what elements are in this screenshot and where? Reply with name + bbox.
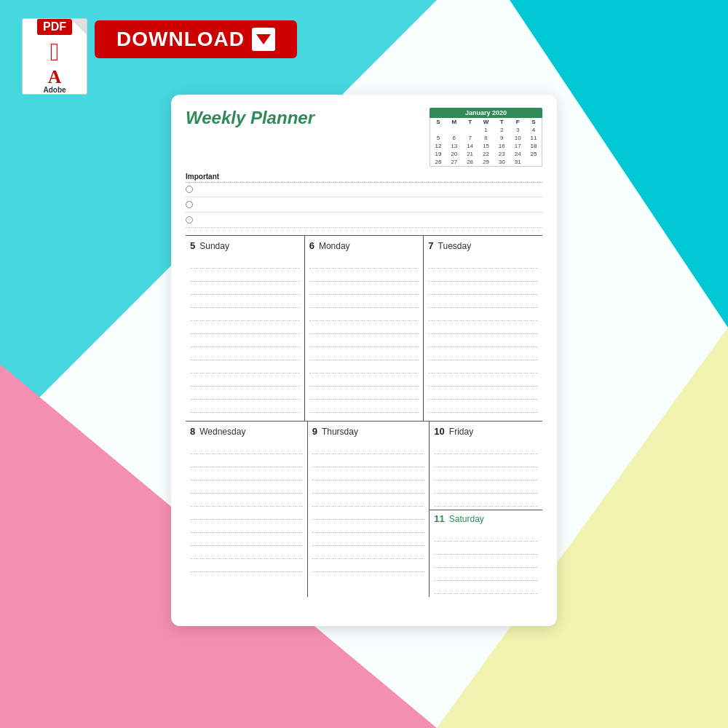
day-wednesday: 8 Wednesday: [186, 422, 308, 597]
pdf-icon-paper: PDF  A Adobe: [22, 18, 87, 95]
mini-calendar: January 2020 S M T W T F S: [430, 108, 542, 167]
important-row-2: [186, 201, 542, 213]
cal-week-3: 12 13 14 15 16 17 18: [430, 142, 542, 150]
cal-th-f: F: [510, 118, 526, 126]
monday-header: 6 Monday: [309, 240, 419, 251]
checkbox-circle-1[interactable]: [186, 186, 193, 193]
day-thursday: 9 Thursday: [308, 422, 430, 597]
thursday-name: Thursday: [322, 427, 358, 437]
monday-lines: [309, 256, 419, 413]
acrobat-icon: : [50, 38, 59, 66]
cal-th-s2: S: [526, 118, 542, 126]
friday-number: 10: [434, 426, 444, 437]
download-arrow-icon: [252, 28, 275, 51]
download-label: DOWNLOAD: [116, 28, 245, 51]
svg-text:A: A: [48, 66, 62, 86]
pdf-banner: PDF  A Adobe DOWNLOAD: [22, 15, 297, 95]
saturday-name: Saturday: [449, 514, 484, 524]
acrobat-svg: A: [40, 66, 69, 86]
checkbox-circle-3[interactable]: [186, 216, 193, 223]
download-button[interactable]: DOWNLOAD: [95, 20, 297, 58]
wednesday-lines: [190, 441, 303, 572]
sunday-name: Sunday: [199, 241, 229, 251]
monday-number: 6: [309, 240, 314, 251]
tuesday-name: Tuesday: [438, 241, 472, 251]
saturday-number: 11: [434, 513, 444, 524]
important-row-1: [186, 186, 542, 197]
wednesday-name: Wednesday: [199, 427, 245, 437]
cal-week-1: 1 2 3 4: [430, 126, 542, 134]
mini-cal-grid: S M T W T F S: [430, 118, 542, 167]
sunday-number: 5: [190, 240, 195, 251]
planner-card: Weekly Planner January 2020 S M T W T F …: [171, 95, 557, 626]
planner-title: Weekly Planner: [186, 108, 314, 128]
sunday-header: 5 Sunday: [190, 240, 300, 251]
pdf-label: PDF: [37, 19, 72, 35]
cal-th-t2: T: [494, 118, 510, 126]
cal-th-m: M: [446, 118, 462, 126]
tuesday-header: 7 Tuesday: [428, 240, 538, 251]
tuesday-lines: [428, 256, 538, 413]
saturday-part: 11 Saturday: [430, 510, 542, 597]
cal-week-2: 5 6 7 8 9 10 11: [430, 134, 542, 142]
wednesday-number: 8: [190, 426, 195, 437]
friday-name: Friday: [449, 427, 473, 437]
friday-header: 10 Friday: [434, 426, 538, 437]
monday-name: Monday: [319, 241, 350, 251]
thursday-header: 9 Thursday: [312, 426, 425, 437]
tuesday-number: 7: [428, 240, 433, 251]
day-monday: 6 Monday: [305, 236, 424, 421]
mini-cal-month: January 2020: [430, 108, 542, 118]
cal-th-s1: S: [430, 118, 446, 126]
cal-week-5: 26 27 28 29 30 31: [430, 158, 542, 166]
pdf-corner: [71, 19, 87, 35]
day-sunday: 5 Sunday: [186, 236, 305, 421]
day-friday-saturday: 10 Friday 11 Saturday: [430, 422, 542, 597]
friday-part: 10 Friday: [430, 422, 542, 510]
checkbox-circle-2[interactable]: [186, 201, 193, 208]
saturday-header: 11 Saturday: [434, 513, 538, 524]
important-label: Important: [186, 173, 542, 183]
wednesday-header: 8 Wednesday: [190, 426, 303, 437]
thursday-number: 9: [312, 426, 317, 437]
saturday-lines: [434, 529, 538, 594]
planner-header: Weekly Planner January 2020 S M T W T F …: [186, 108, 542, 167]
sunday-lines: [190, 256, 300, 413]
cal-week-4: 19 20 21 22 23 24 25: [430, 150, 542, 158]
friday-lines: [434, 441, 538, 507]
important-row-3: [186, 216, 542, 228]
cal-th-t1: T: [462, 118, 478, 126]
important-section: Important: [186, 173, 542, 228]
arrow-triangle: [256, 34, 271, 44]
thursday-lines: [312, 441, 425, 572]
pdf-icon-wrap: PDF  A Adobe: [22, 15, 95, 95]
days-row-top: 5 Sunday 6 Monday: [186, 235, 542, 421]
adobe-label: Adobe: [43, 86, 66, 94]
cal-th-w: W: [478, 118, 494, 126]
day-tuesday: 7 Tuesday: [424, 236, 542, 421]
days-row-bottom: 8 Wednesday 9 Thursday: [186, 421, 542, 597]
